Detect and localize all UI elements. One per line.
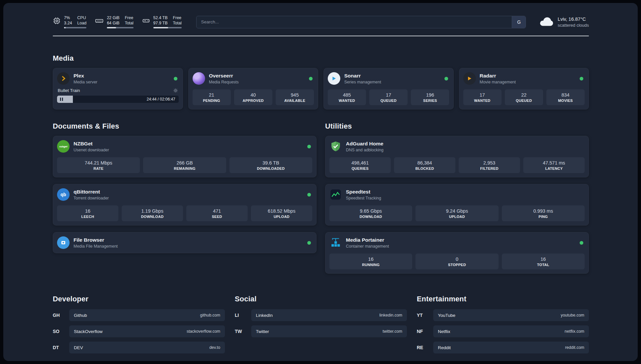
section-developer: Developer GH Github github.com SO StackO… [53,295,225,358]
stat-value: 47.571 ms [543,160,565,166]
stat-tile: 21 PENDING [193,89,231,105]
search-engine-button[interactable]: G [512,16,526,28]
stat-tile: 9.65 Gbps DOWNLOAD [329,205,412,221]
plex-card[interactable]: Plex Media server Bullet Train [53,68,183,109]
disk-total-label: Total [173,21,181,25]
bookmark-link-reddit[interactable]: Reddit reddit.com [433,342,589,353]
stat-value: 485 [343,92,351,98]
filebrowser-card[interactable]: File Browser Media File Management [53,232,317,253]
section-utilities: Utilities [325,122,589,274]
overseerr-icon [193,72,205,85]
app-subtitle: Torrent downloader [74,196,303,200]
stat-label: QUEUED [381,99,397,103]
overseerr-card[interactable]: Overseerr Media Requests 21 PENDING 40 A… [188,68,319,109]
bookmark: YT YouTube youtube.com [417,309,589,321]
stat-tile: 17 WANTED [463,89,502,105]
bookmark-url: youtube.com [561,313,584,318]
stat-value: 618.52 Mbps [268,208,295,214]
stat-value: 22 [521,92,527,98]
sonarr-card[interactable]: Sonarr Series management 485 WANTED 17 Q… [323,68,454,109]
portainer-card[interactable]: Media Portainer Container management 16 … [325,232,589,274]
bookmark-url: dev.to [209,345,220,350]
stat-label: DOWNLOAD [359,215,382,219]
bookmark-link-stackoverflow[interactable]: StackOverflow stackoverflow.com [69,325,225,337]
ram-widget: 22 GiB Free 64 GiB Total [95,15,134,28]
app-subtitle: Speedtest Tracking [346,196,585,200]
app-subtitle: Movie management [480,80,576,84]
stat-value: 39.6 TB [262,160,279,166]
stat-tile: 485 WANTED [328,89,366,105]
pause-icon[interactable] [60,96,63,103]
bookmark-abbr: LI [235,313,251,318]
playback-progress-bar[interactable]: 24:44 / 02:06:47 [57,96,179,103]
status-dot [307,145,311,148]
section-media: Media Plex Media server [53,54,589,109]
disk-free-label: Free [173,15,181,20]
bookmark-url: reddit.com [565,345,584,350]
bookmark: RE Reddit reddit.com [417,342,589,353]
cloud-icon [539,16,554,28]
plex-icon [57,72,70,85]
bookmark-name: Twitter [256,329,269,334]
app-name: qBittorrent [74,189,303,195]
app-name: File Browser [74,237,303,243]
playback-time: 24:44 / 02:06:47 [147,96,175,103]
bookmark-link-dev[interactable]: DEV dev.to [69,342,225,353]
qbittorrent-card[interactable]: qb qBittorrent Torrent downloader 16 [53,184,317,226]
stat-value: 0.993 ms [533,208,553,214]
stat-tile: 17 QUEUED [369,89,408,105]
bookmark-link-youtube[interactable]: YouTube youtube.com [433,309,589,321]
stat-value: 40 [251,92,256,98]
stat-value: 266 GB [176,160,193,166]
gear-icon[interactable] [173,88,178,93]
portainer-crane-icon [329,236,342,249]
sonarr-icon [328,72,340,85]
status-dot [444,77,448,80]
radarr-card[interactable]: Radarr Movie management 17 WANTED 22 QUE… [459,68,589,109]
adguard-card[interactable]: AdGuard Home DNS and adblocking 498,461 … [325,136,589,177]
stat-tile: 47.571 ms LATENCY [523,157,585,173]
app-name: Sonarr [344,73,441,79]
bookmark-name: Github [74,313,87,318]
ram-icon [95,17,104,26]
nzbget-icon: nzbget [57,140,70,153]
cpu-label: CPU [77,15,86,20]
bookmark-link-github[interactable]: Github github.com [69,309,225,321]
filebrowser-icon [57,236,70,249]
app-name: NZBGet [74,141,303,147]
bookmark-link-linkedin[interactable]: LinkedIn linkedin.com [251,309,407,321]
section-title-documents: Documents & Files [53,122,317,131]
bookmark-abbr: SO [53,329,69,334]
weather-widget: Lviv, 16.87°C scattered clouds [539,16,589,28]
bookmark-name: Reddit [438,345,451,350]
bookmark-link-twitter[interactable]: Twitter twitter.com [251,325,407,337]
stat-label: SERIES [423,99,437,103]
app-name: Radarr [480,73,576,79]
stat-label: RATE [94,167,104,170]
bookmark-abbr: TW [235,329,251,334]
app-subtitle: Series management [344,80,441,84]
stat-value: 17 [386,92,391,98]
stat-label: WANTED [339,99,355,103]
stat-label: UPLOAD [449,215,465,219]
section-documents: Documents & Files nzbget NZBGet Usenet d… [53,122,317,274]
speedtest-card[interactable]: Speedtest Speedtest Tracking 9.65 Gbps D… [325,184,589,226]
nzbget-card[interactable]: nzbget NZBGet Usenet downloader 744.21 M… [53,136,317,177]
stat-value: 945 [291,92,299,98]
stat-label: FILTERED [480,167,498,170]
playback-progress-fill [57,96,73,103]
section-title-developer: Developer [53,295,225,303]
weather-location: Lviv, 16.87°C [558,16,589,22]
bookmark-abbr: DT [53,345,69,350]
stat-value: 9.24 Gbps [446,208,468,214]
search-input[interactable] [196,16,526,28]
bookmark-abbr: NF [417,329,433,334]
stat-label: PENDING [203,99,220,103]
app-subtitle: DNS and adblocking [346,148,585,152]
cpu-load-label: Load [77,21,86,25]
app-subtitle: Media File Management [74,244,303,249]
bookmark-link-netflix[interactable]: Netflix netflix.com [433,325,589,337]
stat-tile: 471 SEED [186,205,248,221]
stat-tile: 834 MOVIES [546,89,585,105]
app-subtitle: Usenet downloader [74,148,303,152]
